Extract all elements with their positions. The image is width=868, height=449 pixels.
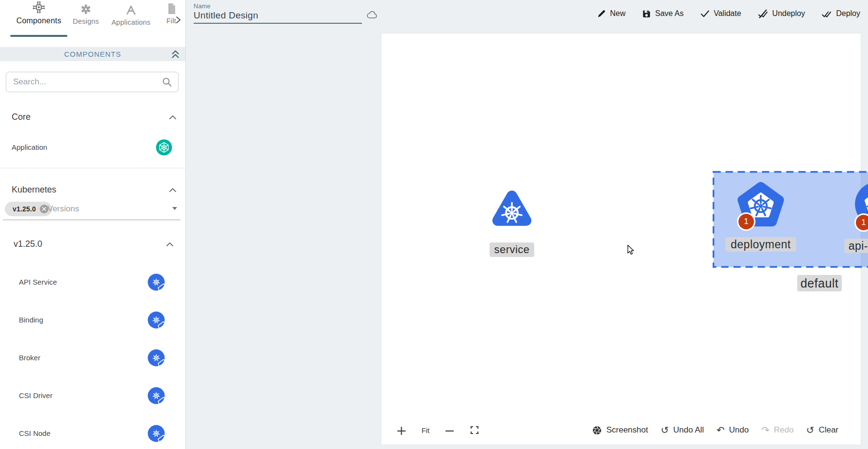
redo-icon: ↷ — [761, 425, 770, 435]
components-panel-header: COMPONENTS — [0, 47, 185, 61]
node-service-label[interactable]: service — [490, 242, 534, 257]
validate-button-label: Validate — [714, 9, 741, 18]
component-item-label: Binding — [19, 316, 43, 324]
svg-text:v: v — [172, 8, 174, 11]
save-icon — [642, 9, 651, 18]
undeploy-button[interactable]: Undeploy — [758, 9, 805, 18]
new-button[interactable]: New — [597, 9, 625, 18]
tab-applications[interactable]: Applications — [108, 0, 154, 26]
undo-icon: ↶ — [717, 425, 725, 435]
kubernetes-icon — [147, 386, 165, 405]
kubernetes-icon — [147, 311, 165, 329]
fullscreen-icon[interactable] — [470, 425, 479, 435]
tabs-scroll-right-icon[interactable] — [175, 16, 181, 24]
section-version-group[interactable]: v1.25.0 — [0, 236, 185, 253]
redo-button[interactable]: ↷ Redo — [761, 425, 793, 435]
designs-icon — [80, 3, 92, 16]
screenshot-aperture-icon — [592, 425, 602, 435]
component-item-label: CSI Driver — [19, 391, 52, 400]
node-deployment-label[interactable]: deployment — [725, 237, 796, 252]
version-chip-label: v1.25.0 — [13, 205, 36, 213]
undo-all-icon: ↺ — [661, 425, 669, 435]
clear-icon: ↺ — [806, 425, 815, 435]
component-item-csi-node[interactable]: CSI Node — [0, 422, 185, 445]
meshery-design-app: Components Designs — [0, 0, 868, 449]
undeploy-icon — [758, 9, 769, 18]
chevron-up-icon[interactable] — [166, 242, 174, 247]
kubernetes-icon — [147, 424, 165, 443]
component-item-csi-driver[interactable]: CSI Driver — [0, 385, 185, 407]
clear-button[interactable]: ↺ Clear — [806, 425, 838, 435]
clear-label: Clear — [819, 425, 838, 435]
design-actions-toolbar: New Save As Validate — [597, 0, 860, 27]
pencil-icon — [597, 9, 606, 18]
version-select[interactable]: v1.25.0 Versions — [0, 201, 185, 218]
components-sidebar: Components Designs — [0, 0, 186, 449]
applications-icon — [125, 4, 137, 16]
kubernetes-icon — [147, 273, 165, 291]
version-chip[interactable]: v1.25.0 — [5, 202, 52, 216]
zoom-in-button[interactable]: + — [396, 424, 407, 437]
design-canvas[interactable]: ⚙ service 1 deployment — [381, 33, 861, 445]
design-name-input[interactable] — [194, 10, 354, 21]
node-service[interactable] — [489, 188, 535, 235]
zoom-out-button[interactable]: − — [444, 424, 455, 437]
name-underline — [194, 23, 362, 24]
chevron-up-icon[interactable] — [169, 188, 177, 192]
undo-all-label: Undo All — [673, 425, 704, 435]
component-item-label: CSI Node — [19, 429, 50, 437]
section-kubernetes-title: Kubernetes — [12, 185, 56, 195]
tab-components[interactable]: Components — [9, 0, 69, 25]
component-item-application[interactable]: Application — [0, 136, 185, 159]
save-as-button[interactable]: Save As — [642, 9, 684, 18]
chevron-up-icon[interactable] — [169, 115, 177, 120]
design-workspace: Name New Save As — [186, 0, 868, 449]
component-item-binding[interactable]: Binding — [0, 309, 185, 331]
component-item-label: API Service — [19, 278, 57, 286]
new-button-label: New — [610, 9, 625, 18]
deploy-button-label: Deploy — [836, 9, 860, 18]
kubernetes-icon — [147, 349, 165, 367]
select-underline — [3, 220, 180, 220]
meshery-application-icon — [155, 139, 173, 156]
tab-components-label: Components — [9, 16, 69, 25]
node-api-service-label[interactable]: api-service — [844, 239, 868, 253]
screenshot-label: Screenshot — [606, 425, 648, 435]
component-item-label: Broker — [19, 353, 40, 362]
component-item-broker[interactable]: Broker — [0, 347, 185, 369]
component-item-api-service[interactable]: API Service — [0, 271, 185, 293]
component-search — [6, 72, 179, 92]
design-name-label: Name — [194, 2, 211, 10]
search-input[interactable] — [13, 72, 159, 92]
undo-all-button[interactable]: ↺ Undo All — [661, 425, 704, 435]
tab-designs[interactable]: Designs — [69, 0, 102, 25]
node-deployment-badge: 1 — [737, 212, 755, 231]
filter-file-icon: v — [165, 2, 177, 15]
section-core[interactable]: Core — [0, 109, 185, 126]
section-kubernetes[interactable]: Kubernetes — [0, 181, 185, 199]
tab-applications-label: Applications — [108, 18, 154, 26]
sidebar-tabbar: Components Designs — [0, 0, 185, 41]
check-icon — [700, 9, 710, 18]
panel-title: COMPONENTS — [64, 50, 121, 58]
cloud-sync-icon — [366, 10, 378, 19]
component-item-label: Application — [12, 143, 47, 151]
screenshot-button[interactable]: Screenshot — [592, 425, 648, 435]
undo-label: Undo — [729, 425, 749, 435]
zoom-toolbar: + Fit − — [396, 421, 479, 439]
save-as-button-label: Save As — [655, 9, 684, 18]
version-group-title: v1.25.0 — [14, 239, 42, 249]
dropdown-caret-icon[interactable] — [172, 207, 178, 210]
validate-button[interactable]: Validate — [700, 9, 741, 18]
versions-placeholder: Versions — [48, 204, 79, 214]
fit-button[interactable]: Fit — [422, 426, 430, 434]
tab-designs-label: Designs — [69, 17, 102, 25]
namespace-group-label[interactable]: default — [797, 275, 842, 291]
collapse-panel-icon[interactable] — [171, 49, 180, 59]
deploy-button[interactable]: Deploy — [821, 9, 860, 18]
history-toolbar: Screenshot ↺ Undo All ↶ Undo ↷ Redo ↺ Cl… — [592, 421, 838, 439]
components-icon — [32, 0, 46, 15]
undo-button[interactable]: ↶ Undo — [717, 425, 749, 435]
section-core-title: Core — [12, 112, 31, 122]
search-icon[interactable] — [162, 77, 172, 87]
